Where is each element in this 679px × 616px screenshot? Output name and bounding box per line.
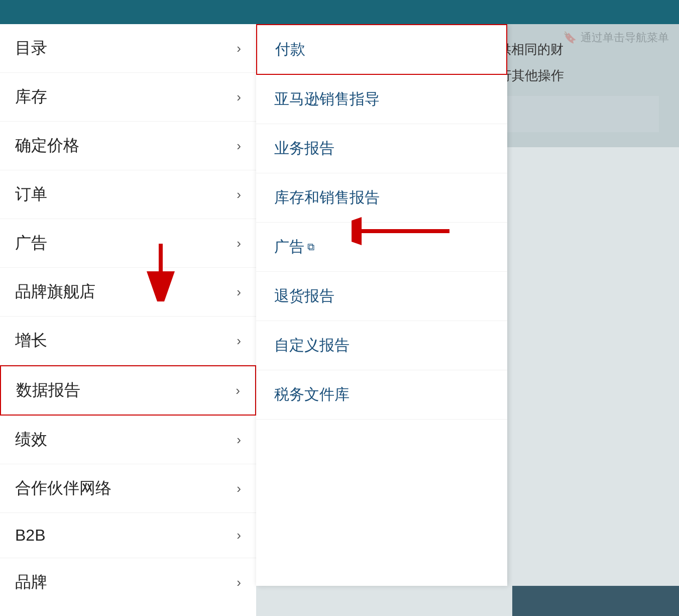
sidebar-item-ads[interactable]: 广告› bbox=[0, 219, 256, 268]
chevron-right-icon: › bbox=[237, 333, 241, 349]
submenu: 付款亚马逊销售指导业务报告库存和销售报告广告⧉退货报告自定义报告税务文件库 bbox=[256, 24, 507, 586]
sidebar-item-brand[interactable]: 品牌› bbox=[0, 558, 256, 606]
bottom-bar: 结算周期 bbox=[512, 586, 679, 616]
chevron-right-icon: › bbox=[237, 528, 241, 543]
chevron-right-icon: › bbox=[237, 236, 241, 251]
sidebar-item-label-performance: 绩效 bbox=[15, 429, 47, 451]
sidebar-item-label-partner-network: 合作伙伴网络 bbox=[15, 477, 111, 499]
chevron-right-icon: › bbox=[237, 575, 241, 590]
sidebar-item-label-data-report: 数据报告 bbox=[16, 379, 80, 401]
sidebar-item-growth[interactable]: 增长› bbox=[0, 317, 256, 365]
sidebar-item-performance[interactable]: 绩效› bbox=[0, 416, 256, 464]
submenu-item-custom-report[interactable]: 自定义报告 bbox=[256, 321, 507, 370]
submenu-item-payment[interactable]: 付款 bbox=[256, 24, 507, 75]
chevron-right-icon: › bbox=[237, 481, 241, 496]
submenu-item-amazon-guide[interactable]: 亚马逊销售指导 bbox=[256, 75, 507, 124]
arrow-down-icon bbox=[146, 241, 176, 301]
submenu-item-ext-advertising: 广告⧉ bbox=[274, 237, 314, 257]
sidebar-item-label-inventory: 库存 bbox=[15, 86, 47, 108]
sidebar-item-partner-network[interactable]: 合作伙伴网络› bbox=[0, 464, 256, 513]
sidebar-item-label-pricing: 确定价格 bbox=[15, 135, 79, 157]
submenu-item-tax-library[interactable]: 税务文件库 bbox=[256, 370, 507, 420]
chevron-right-icon: › bbox=[237, 187, 241, 202]
sidebar: 目录›库存›确定价格›订单›广告›品牌旗舰店›增长›数据报告›绩效›合作伙伴网络… bbox=[0, 24, 256, 616]
sidebar-item-brand-store[interactable]: 品牌旗舰店› bbox=[0, 268, 256, 317]
sidebar-item-label-ads: 广告 bbox=[15, 232, 47, 254]
submenu-item-return-report[interactable]: 退货报告 bbox=[256, 272, 507, 321]
sidebar-item-label-growth: 增长 bbox=[15, 330, 47, 352]
sidebar-item-pricing[interactable]: 确定价格› bbox=[0, 122, 256, 170]
sidebar-item-label-b2b: B2B bbox=[15, 526, 45, 545]
chevron-right-icon: › bbox=[237, 41, 241, 56]
submenu-item-business-report[interactable]: 业务报告 bbox=[256, 124, 507, 173]
top-bar bbox=[0, 0, 679, 24]
sidebar-item-label-brand-store: 品牌旗舰店 bbox=[15, 281, 95, 303]
sidebar-item-data-report[interactable]: 数据报告› bbox=[0, 365, 256, 416]
sidebar-item-b2b[interactable]: B2B› bbox=[0, 513, 256, 558]
sidebar-item-inventory[interactable]: 库存› bbox=[0, 73, 256, 122]
chevron-right-icon: › bbox=[237, 89, 241, 105]
external-link-icon: ⧉ bbox=[307, 241, 314, 253]
chevron-right-icon: › bbox=[237, 432, 241, 448]
sidebar-item-label-catalog: 目录 bbox=[15, 37, 47, 59]
arrow-right-icon bbox=[352, 211, 452, 251]
sidebar-item-orders[interactable]: 订单› bbox=[0, 170, 256, 219]
submenu-item-label-advertising: 广告 bbox=[274, 237, 304, 257]
sidebar-item-catalog[interactable]: 目录› bbox=[0, 24, 256, 73]
sidebar-item-label-orders: 订单 bbox=[15, 183, 47, 206]
sidebar-item-label-brand: 品牌 bbox=[15, 571, 47, 593]
chevron-right-icon: › bbox=[236, 383, 240, 398]
chevron-right-icon: › bbox=[237, 138, 241, 154]
chevron-right-icon: › bbox=[237, 284, 241, 300]
